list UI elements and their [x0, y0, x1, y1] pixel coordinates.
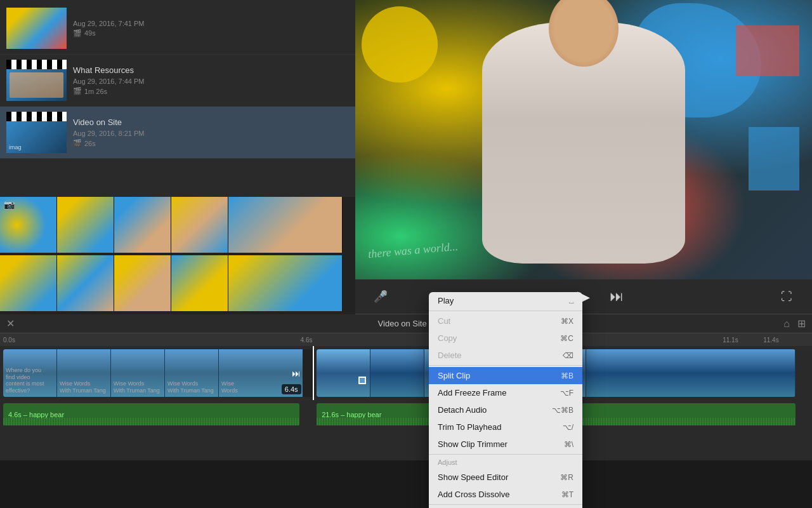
- list-item[interactable]: Aug 29, 2016, 7:41 PM 🎬 49s: [0, 3, 355, 55]
- skip-icon: ⏭: [292, 368, 301, 378]
- home-icon[interactable]: ⌂: [783, 318, 790, 330]
- audio-clip-label: 4.6s – happy bear: [8, 411, 64, 418]
- clip-info: Video on Site Aug 29, 2016, 8:21 PM 🎬 26…: [73, 117, 349, 147]
- clip-marker: [358, 377, 366, 384]
- menu-item-freeze-frame[interactable]: Add Freeze Frame ⌥F: [429, 384, 582, 401]
- film-icon: 🎬: [73, 139, 82, 147]
- filmstrip-frame: [57, 255, 114, 311]
- menu-separator: [429, 311, 582, 311]
- filmstrip-frame: [171, 255, 228, 311]
- film-icon: 🎬: [73, 87, 82, 95]
- menu-item-play[interactable]: Play ⎵: [429, 292, 582, 309]
- clip-duration: 🎬 26s: [73, 139, 349, 147]
- timeline-title: Video on Site: [21, 319, 783, 328]
- menu-shortcut: ⌘C: [560, 334, 573, 343]
- timeline-header: ✕ Video on Site ⌂ ⊞: [0, 314, 812, 333]
- timeline-clip[interactable]: Where do youfind videocontent is mosteff…: [3, 349, 304, 397]
- clip-date: Aug 29, 2016, 7:41 PM: [73, 20, 349, 27]
- menu-separator: [429, 365, 582, 366]
- menu-item-label: Copy: [438, 333, 457, 343]
- clip-info: Aug 29, 2016, 7:41 PM 🎬 49s: [73, 20, 349, 37]
- filmstrip-frame: [114, 255, 171, 311]
- filmstrip-row: [0, 255, 355, 312]
- clip-label: Where do youfind videocontent is mosteff…: [6, 367, 44, 394]
- mural-circle: [362, 6, 438, 83]
- presenter-body: [482, 22, 685, 264]
- clip-label: Wise WordsWith Truman Tang: [114, 380, 160, 394]
- clip-thumbnail: [6, 8, 67, 49]
- clip-thumbnail: imag: [6, 112, 67, 153]
- fullscreen-button[interactable]: ⛶: [776, 286, 797, 307]
- menu-item-copy[interactable]: Copy ⌘C: [429, 330, 582, 347]
- menu-item-label: Add Cross Dissolve: [438, 490, 509, 499]
- microphone-button[interactable]: 🎤: [370, 286, 391, 307]
- menu-item-cross-dissolve[interactable]: Add Cross Dissolve ⌘T: [429, 486, 582, 503]
- clip-label: Wise WordsWith Truman Tang: [167, 380, 214, 394]
- clip-info: What Resources Aug 29, 2016, 7:44 PM 🎬 1…: [73, 65, 349, 95]
- list-item[interactable]: What Resources Aug 29, 2016, 7:44 PM 🎬 1…: [0, 55, 355, 107]
- menu-shortcut: ⎵: [569, 297, 573, 305]
- menu-item-clip-trimmer[interactable]: Show Clip Trimmer ⌘\: [429, 436, 582, 453]
- video-background: there was a world...: [355, 0, 812, 295]
- clip-label: WiseWords: [221, 380, 238, 394]
- menu-item-cut[interactable]: Cut ⌘X: [429, 312, 582, 330]
- menu-shortcut: ⌘T: [561, 490, 573, 499]
- menu-item-label: Show Clip Trimmer: [438, 439, 508, 449]
- menu-item-label: Show Speed Editor: [438, 472, 508, 482]
- context-menu: Play ⎵ Cut ⌘X Copy ⌘C Delete ⌫ Split Cli…: [429, 292, 582, 508]
- ruler-mark: 11.1s: [723, 337, 738, 344]
- clip-frame: Wise WordsWith Truman Tang: [111, 349, 165, 397]
- next-button[interactable]: ⏭: [606, 286, 627, 307]
- timeline-playhead[interactable]: [313, 346, 314, 400]
- timeline-content: Where do youfind videocontent is mosteff…: [0, 346, 812, 460]
- menu-item-label: Split Clip: [438, 371, 470, 380]
- film-icon: 🎬: [73, 29, 82, 37]
- duration-badge: 6.4s: [282, 384, 301, 394]
- grid-icon[interactable]: ⊞: [797, 318, 806, 330]
- menu-item-trim-playhead[interactable]: Trim To Playhead ⌥/: [429, 418, 582, 436]
- menu-shortcut: ⌫: [563, 351, 573, 360]
- menu-item-label: Detach Audio: [438, 405, 487, 415]
- clip-title: Video on Site: [73, 117, 349, 127]
- menu-shortcut: ⌥/: [563, 423, 573, 432]
- audio-clip[interactable]: 4.6s – happy bear: [3, 403, 299, 425]
- camera-icon: 📷: [4, 199, 15, 210]
- menu-shortcut: ⌥⌘B: [552, 406, 573, 415]
- clip-title: What Resources: [73, 65, 349, 75]
- mural-rect: [736, 25, 799, 76]
- video-preview: there was a world...: [355, 0, 812, 295]
- list-item[interactable]: imag Video on Site Aug 29, 2016, 8:21 PM…: [0, 107, 355, 159]
- clip-list: Aug 29, 2016, 7:41 PM 🎬 49s What Resourc…: [0, 0, 355, 161]
- menu-item-label: Play: [438, 296, 454, 305]
- clip-frame: [586, 349, 796, 397]
- timeline-ruler: 0.0s 4.6s 11.1s 11.4s: [0, 333, 812, 346]
- menu-item-speed-editor[interactable]: Show Speed Editor ⌘R: [429, 469, 582, 486]
- menu-item-delete[interactable]: Delete ⌫: [429, 347, 582, 364]
- menu-item-label: Trim To Playhead: [438, 422, 501, 432]
- clip-date: Aug 29, 2016, 7:44 PM: [73, 77, 349, 85]
- clip-duration: 🎬 49s: [73, 29, 349, 37]
- menu-shortcut: ⌘\: [564, 440, 573, 449]
- menu-shortcut: ⌥F: [560, 389, 573, 398]
- menu-item-split-clip[interactable]: Split Clip ⌘B: [429, 367, 582, 384]
- filmstrip-row: [0, 197, 355, 254]
- transport-bar: 🎤 ⏮ ▶ ⏭ ⛶: [355, 279, 812, 314]
- ruler-mark: 4.6s: [301, 337, 313, 344]
- clip-frame: [317, 349, 370, 397]
- video-track: Where do youfind videocontent is mosteff…: [0, 346, 812, 400]
- audio-track-row: 4.6s – happy bear 21.6s – happy bear: [0, 400, 812, 435]
- filmstrip-frame: [171, 197, 228, 253]
- clip-frame: Where do youfind videocontent is mosteff…: [3, 349, 57, 397]
- clip-date: Aug 29, 2016, 8:21 PM: [73, 130, 349, 137]
- menu-item-detach-audio[interactable]: Detach Audio ⌥⌘B: [429, 401, 582, 418]
- menu-item-label: Add Freeze Frame: [438, 388, 506, 398]
- mural-rect2: [749, 127, 799, 190]
- menu-separator: [429, 504, 582, 505]
- close-button[interactable]: ✕: [6, 318, 15, 330]
- menu-shortcut: ⌘B: [561, 371, 573, 380]
- ruler-mark: 11.4s: [763, 337, 778, 344]
- filmstrip-frame: [57, 197, 114, 253]
- audio-clip-label: 21.6s – happy bear: [322, 411, 381, 418]
- clip-thumbnail: [6, 60, 67, 101]
- menu-item-label: Delete: [438, 351, 462, 360]
